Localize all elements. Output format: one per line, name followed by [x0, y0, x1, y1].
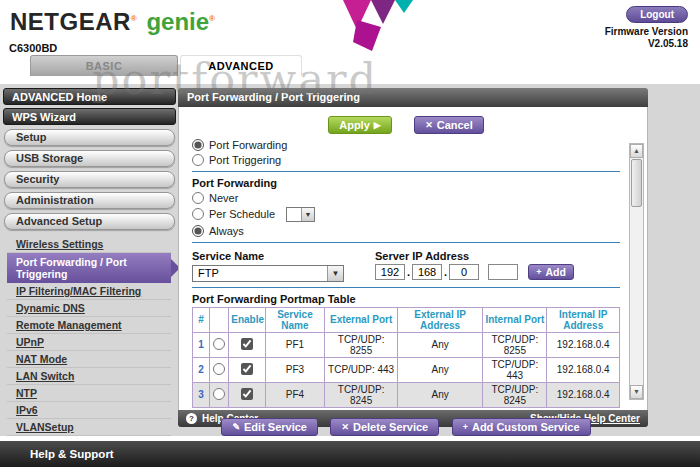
scrollbar[interactable]: ▲ ▼ [629, 143, 644, 400]
ip-octet-4[interactable] [488, 264, 518, 280]
radio-port-forwarding-input[interactable] [192, 139, 204, 151]
sidebar-item-vlan-setup[interactable]: VLANSetup [7, 419, 171, 436]
add-custom-service-label: Add Custom Service [472, 421, 580, 433]
add-label: Add [545, 266, 565, 278]
col-header-num: # [193, 307, 210, 332]
table-header-row: # Enable Service Name External Port Exte… [193, 307, 620, 332]
server-ip-label: Server IP Address [375, 250, 574, 262]
scrollbar-thumb[interactable] [631, 159, 642, 207]
panel-body: Apply ▶ ✕ Cancel Port Forwarding Port Tr… [178, 107, 648, 410]
row-select-radio[interactable] [213, 388, 225, 400]
radio-port-triggering-label: Port Triggering [209, 154, 281, 166]
row-select-radio[interactable] [213, 338, 225, 350]
cell-external-ip: Any [397, 332, 482, 357]
service-name-label: Service Name [192, 250, 375, 262]
row-number: 1 [193, 332, 210, 357]
play-icon: ▶ [374, 120, 381, 130]
sidebar-item-nat-mode[interactable]: NAT Mode [7, 351, 171, 368]
row-enable-checkbox[interactable] [241, 363, 253, 375]
radio-never[interactable]: Never [192, 192, 620, 204]
radio-per-schedule[interactable]: Per Schedule ▼ [192, 207, 620, 222]
sidebar-item-ip-filtering[interactable]: IP Filtering/MAC Filtering [7, 283, 171, 300]
service-name-value: FTP [198, 267, 219, 279]
sidebar-item-remote-management[interactable]: Remote Management [7, 317, 171, 334]
divider [192, 242, 620, 243]
x-icon: ✕ [425, 120, 433, 130]
cell-internal-ip: 192.168.0.4 [547, 357, 620, 382]
sidebar-item-advanced-setup[interactable]: Advanced Setup [4, 213, 175, 230]
radio-port-triggering[interactable]: Port Triggering [192, 154, 620, 166]
brand-netgear: NETGEAR [10, 8, 131, 35]
sidebar-item-advanced-home[interactable]: ADVANCED Home [3, 88, 176, 105]
add-button[interactable]: + Add [528, 264, 574, 280]
row-select-radio[interactable] [213, 363, 225, 375]
radio-per-schedule-input[interactable] [192, 208, 204, 220]
netgear-genie-logo: NETGEAR® genie® [10, 8, 215, 36]
service-name-group: Service Name FTP ▼ [192, 248, 375, 282]
sidebar-item-upnp[interactable]: UPnP [7, 334, 171, 351]
section-label-port-forwarding: Port Forwarding [192, 177, 620, 189]
ip-octet-1[interactable] [375, 264, 405, 280]
firmware-version-value: V2.05.18 [605, 38, 688, 50]
cell-internal-port: TCP/UDP: 8245 [483, 382, 547, 407]
tab-basic[interactable]: BASIC [30, 55, 178, 76]
logout-button[interactable]: Logout [626, 6, 688, 23]
radio-port-triggering-input[interactable] [192, 154, 204, 166]
cancel-label: Cancel [437, 119, 473, 131]
radio-port-forwarding-label: Port Forwarding [209, 139, 287, 151]
apply-button[interactable]: Apply ▶ [328, 116, 391, 134]
ip-octet-3[interactable] [449, 264, 479, 280]
divider [192, 171, 620, 172]
cell-internal-ip: 192.168.0.4 [547, 382, 620, 407]
add-custom-service-button[interactable]: + Add Custom Service [452, 418, 591, 436]
plus-icon: + [463, 422, 468, 432]
row-enable-checkbox[interactable] [241, 388, 253, 400]
sidebar-item-port-forwarding[interactable]: Port Forwarding / Port Triggering [7, 253, 171, 283]
cell-service-name: PF4 [265, 382, 325, 407]
col-header-external-ip: External IP Address [397, 307, 482, 332]
sidebar-item-wps-wizard[interactable]: WPS Wizard [3, 108, 176, 125]
content-panel: Port Forwarding / Port Triggering Apply … [178, 88, 648, 427]
ip-octet-2[interactable] [412, 264, 442, 280]
delete-service-button[interactable]: ✕ Delete Service [330, 418, 439, 436]
cancel-button[interactable]: ✕ Cancel [414, 116, 484, 134]
sidebar-item-security[interactable]: Security [4, 171, 175, 188]
sidebar-item-setup[interactable]: Setup [4, 129, 175, 146]
chevron-down-icon: ▼ [327, 266, 343, 281]
scroll-down-icon[interactable]: ▼ [630, 385, 643, 399]
scroll-up-icon[interactable]: ▲ [630, 144, 643, 158]
edit-service-button[interactable]: ✎ Edit Service [221, 418, 318, 436]
cell-internal-port: TCP/UDP: 443 [483, 357, 547, 382]
apply-cancel-row: Apply ▶ ✕ Cancel [192, 115, 620, 134]
radio-port-forwarding[interactable]: Port Forwarding [192, 139, 620, 151]
x-icon: ✕ [341, 422, 349, 432]
tab-advanced[interactable]: ADVANCED [180, 55, 302, 76]
footer-bar: Help & Support [0, 441, 700, 467]
radio-always[interactable]: Always [192, 225, 620, 237]
radio-never-input[interactable] [192, 192, 204, 204]
service-name-select[interactable]: FTP ▼ [192, 265, 344, 282]
sidebar-item-ntp[interactable]: NTP [7, 385, 171, 402]
sidebar-links: Wireless Settings Port Forwarding / Port… [7, 236, 171, 436]
col-header-service-name: Service Name [265, 307, 325, 332]
radio-never-label: Never [209, 192, 238, 204]
cell-external-port: TCP/UDP: 8255 [325, 332, 398, 357]
table-row: 1 PF1 TCP/UDP: 8255 Any TCP/UDP: 8255 19… [193, 332, 620, 357]
sidebar-item-usb-storage[interactable]: USB Storage [4, 150, 175, 167]
radio-always-input[interactable] [192, 225, 204, 237]
sidebar-item-ipv6[interactable]: IPv6 [7, 402, 171, 419]
radio-always-label: Always [209, 225, 244, 237]
per-schedule-select[interactable]: ▼ [286, 207, 315, 222]
help-support-label: Help & Support [30, 448, 114, 460]
main-area: ADVANCED Home WPS Wizard Setup USB Stora… [0, 84, 700, 436]
row-number: 3 [193, 382, 210, 407]
row-enable-checkbox[interactable] [241, 338, 253, 350]
sidebar-item-wireless-settings[interactable]: Wireless Settings [7, 236, 171, 253]
cell-external-ip: Any [397, 357, 482, 382]
sidebar-item-dynamic-dns[interactable]: Dynamic DNS [7, 300, 171, 317]
firmware-version-label: Firmware Version [605, 26, 688, 38]
sidebar-item-administration[interactable]: Administration [4, 192, 175, 209]
cell-external-port: TCP/UDP: 8245 [325, 382, 398, 407]
table-row: 3 PF4 TCP/UDP: 8245 Any TCP/UDP: 8245 19… [193, 382, 620, 407]
sidebar-item-lan-switch[interactable]: LAN Switch [7, 368, 171, 385]
